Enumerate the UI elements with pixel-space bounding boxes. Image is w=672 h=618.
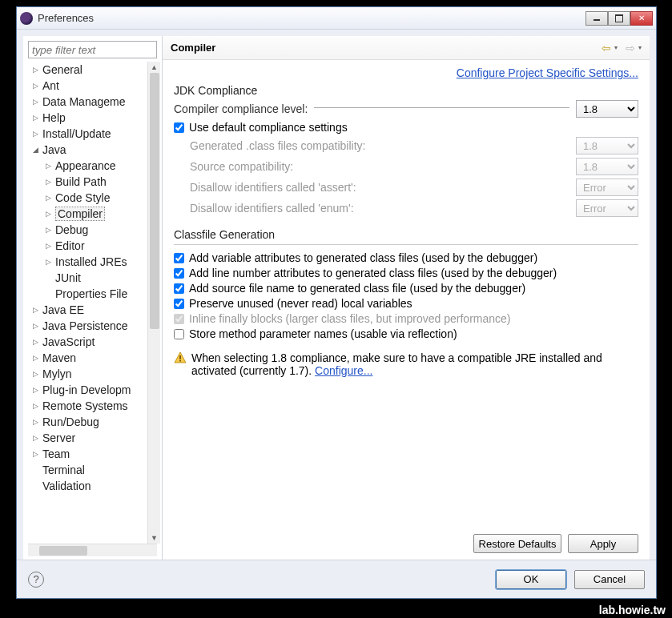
tree-item-label: Validation bbox=[42, 480, 91, 492]
nav-forward-icon[interactable]: ⇨ bbox=[626, 42, 635, 54]
tree-item-data-manageme[interactable]: ▷Data Manageme bbox=[28, 94, 147, 110]
jdk-row-select[interactable]: 1.8 bbox=[576, 137, 638, 154]
cancel-button[interactable]: Cancel bbox=[574, 570, 645, 589]
expand-icon[interactable]: ▷ bbox=[33, 306, 41, 314]
nav-back-menu[interactable]: ▾ bbox=[614, 44, 618, 51]
expand-icon[interactable]: ▷ bbox=[33, 434, 41, 442]
warning-text: When selecting 1.8 compliance, make sure… bbox=[191, 351, 638, 377]
close-button[interactable] bbox=[630, 11, 653, 26]
tree-item-maven[interactable]: ▷Maven bbox=[28, 350, 147, 366]
help-button[interactable]: ? bbox=[28, 572, 44, 588]
jdk-row-select[interactable]: 1.8 bbox=[576, 158, 638, 175]
classfile-checkbox[interactable] bbox=[174, 268, 184, 279]
compliance-level-select[interactable]: 1.8 bbox=[576, 100, 638, 118]
expand-icon[interactable]: ▷ bbox=[46, 226, 54, 234]
tree-vscrollbar[interactable]: ▲▼ bbox=[147, 62, 160, 544]
tree-item-server[interactable]: ▷Server bbox=[28, 430, 147, 446]
classfile-check-label: Add line number attributes to generated … bbox=[189, 267, 557, 279]
expand-icon[interactable]: ▷ bbox=[46, 162, 54, 170]
jdk-group-title: JDK Compliance bbox=[174, 84, 638, 97]
use-default-label: Use default compliance settings bbox=[189, 121, 348, 134]
tree-item-java-persistence[interactable]: ▷Java Persistence bbox=[28, 318, 147, 334]
expand-icon[interactable]: ▷ bbox=[46, 194, 54, 202]
tree-item-installed-jres[interactable]: ▷Installed JREs bbox=[28, 254, 147, 270]
tree-item-javascript[interactable]: ▷JavaScript bbox=[28, 334, 147, 350]
tree-item-validation[interactable]: Validation bbox=[28, 478, 147, 494]
tree-item-ant[interactable]: ▷Ant bbox=[28, 78, 147, 94]
classfile-checkbox[interactable] bbox=[174, 283, 184, 294]
tree-item-properties-file[interactable]: Properties File bbox=[28, 286, 147, 302]
restore-defaults-button[interactable]: Restore Defaults bbox=[473, 534, 561, 553]
expand-icon[interactable]: ▷ bbox=[46, 210, 54, 218]
tree-item-label: Java Persistence bbox=[42, 319, 128, 332]
ok-button[interactable]: OK bbox=[496, 570, 566, 589]
expand-icon[interactable]: ▷ bbox=[33, 130, 41, 138]
expand-icon[interactable]: ▷ bbox=[33, 450, 41, 458]
tree-item-label: Team bbox=[42, 447, 70, 460]
tree-item-label: Terminal bbox=[42, 464, 85, 476]
tree-item-team[interactable]: ▷Team bbox=[28, 446, 147, 462]
nav-forward-menu[interactable]: ▾ bbox=[638, 44, 642, 51]
maximize-button[interactable] bbox=[608, 11, 630, 26]
window-title: Preferences bbox=[38, 12, 585, 24]
classfile-check-label: Add source file name to generated class … bbox=[189, 282, 525, 295]
tree-item-editor[interactable]: ▷Editor bbox=[28, 238, 147, 254]
filter-input[interactable] bbox=[28, 41, 157, 58]
tree-item-appearance[interactable]: ▷Appearance bbox=[28, 158, 147, 174]
expand-icon[interactable]: ▷ bbox=[33, 354, 41, 362]
tree-item-mylyn[interactable]: ▷Mylyn bbox=[28, 366, 147, 382]
tree-item-java[interactable]: ◢Java bbox=[28, 142, 147, 158]
tree-item-label: Mylyn bbox=[42, 367, 72, 380]
collapse-icon[interactable]: ◢ bbox=[33, 146, 41, 154]
tree-item-label: Remote Systems bbox=[42, 399, 128, 412]
expand-icon[interactable]: ▷ bbox=[46, 242, 54, 250]
jdk-row-select[interactable]: Error bbox=[576, 199, 638, 217]
expand-icon[interactable]: ▷ bbox=[46, 178, 54, 186]
tree-item-java-ee[interactable]: ▷Java EE bbox=[28, 302, 147, 318]
expand-icon[interactable]: ▷ bbox=[33, 66, 41, 74]
classfile-check-label: Inline finally blocks (larger class file… bbox=[189, 312, 511, 325]
tree-item-debug[interactable]: ▷Debug bbox=[28, 222, 147, 238]
classfile-checkbox[interactable] bbox=[174, 329, 184, 339]
tree-item-remote-systems[interactable]: ▷Remote Systems bbox=[28, 398, 147, 414]
tree-item-help[interactable]: ▷Help bbox=[28, 110, 147, 126]
classfile-checkbox[interactable] bbox=[174, 253, 184, 263]
use-default-checkbox[interactable] bbox=[174, 122, 184, 133]
tree-item-build-path[interactable]: ▷Build Path bbox=[28, 174, 147, 190]
tree-item-label: Properties File bbox=[55, 287, 127, 300]
tree-item-terminal[interactable]: Terminal bbox=[28, 462, 147, 478]
tree-hscrollbar[interactable] bbox=[28, 544, 157, 556]
preferences-tree[interactable]: ▷General▷Ant▷Data Manageme▷Help▷Install/… bbox=[28, 62, 147, 544]
classfile-check-label: Store method parameter names (usable via… bbox=[189, 327, 457, 340]
tree-item-code-style[interactable]: ▷Code Style bbox=[28, 190, 147, 206]
expand-icon[interactable]: ▷ bbox=[33, 114, 41, 122]
expand-icon[interactable]: ▷ bbox=[33, 82, 41, 90]
tree-item-label: Java bbox=[42, 143, 66, 156]
configure-project-link[interactable]: Configure Project Specific Settings... bbox=[457, 66, 638, 79]
tree-item-label: Data Manageme bbox=[42, 95, 126, 108]
minimize-button[interactable] bbox=[585, 11, 608, 26]
classfile-checkbox[interactable] bbox=[174, 299, 184, 309]
tree-item-label: Run/Debug bbox=[42, 415, 99, 428]
expand-icon[interactable]: ▷ bbox=[33, 402, 41, 410]
configure-jre-link[interactable]: Configure... bbox=[315, 364, 372, 377]
tree-item-compiler[interactable]: ▷Compiler bbox=[28, 206, 147, 222]
expand-icon[interactable]: ▷ bbox=[33, 370, 41, 378]
tree-item-junit[interactable]: JUnit bbox=[28, 270, 147, 286]
expand-icon[interactable]: ▷ bbox=[33, 98, 41, 106]
jdk-row-label: Disallow identifiers called 'enum': bbox=[190, 202, 354, 215]
jdk-row-select[interactable]: Error bbox=[576, 179, 638, 196]
expand-icon[interactable]: ▷ bbox=[33, 322, 41, 330]
tree-item-install-update[interactable]: ▷Install/Update bbox=[28, 126, 147, 142]
expand-icon[interactable]: ▷ bbox=[33, 418, 41, 426]
tree-item-run-debug[interactable]: ▷Run/Debug bbox=[28, 414, 147, 430]
tree-item-plug-in-developm[interactable]: ▷Plug-in Developm bbox=[28, 382, 147, 398]
nav-back-icon[interactable]: ⇦ bbox=[602, 42, 611, 54]
apply-button[interactable]: Apply bbox=[568, 534, 638, 553]
tree-item-general[interactable]: ▷General bbox=[28, 62, 147, 78]
expand-icon[interactable]: ▷ bbox=[33, 386, 41, 394]
page-title: Compiler bbox=[171, 42, 602, 54]
expand-icon[interactable]: ▷ bbox=[46, 258, 54, 266]
titlebar[interactable]: Preferences bbox=[17, 7, 656, 30]
expand-icon[interactable]: ▷ bbox=[33, 338, 41, 346]
